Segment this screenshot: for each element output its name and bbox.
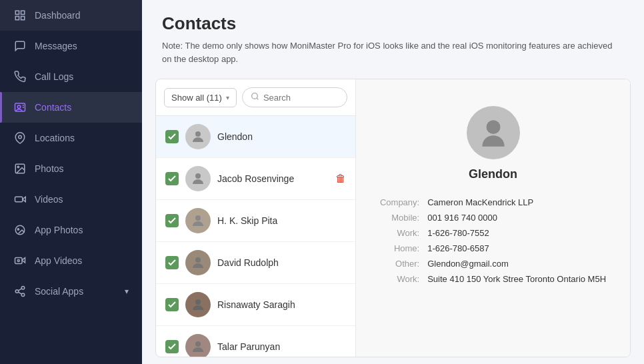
field-label-other: Other: (367, 259, 420, 269)
sidebar-item-label: Contacts (35, 102, 71, 113)
grid-icon (13, 9, 27, 22)
contact-name: H. K. Skip Pita (217, 215, 346, 226)
sidebar-item-app-videos[interactable]: App Videos (0, 245, 142, 276)
contact-name: Risnawaty Saragih (217, 299, 346, 310)
contact-checkbox[interactable] (165, 130, 179, 143)
svg-rect-1 (21, 11, 25, 14)
search-icon (251, 91, 259, 103)
sidebar-item-call-logs[interactable]: Call Logs (0, 61, 142, 92)
location-icon (13, 131, 27, 145)
sidebar-item-locations[interactable]: Locations (0, 123, 142, 153)
sidebar-item-label: App Photos (35, 225, 83, 235)
sidebar-item-label: App Videos (35, 255, 82, 266)
svg-point-26 (195, 173, 201, 179)
social-icon (13, 285, 27, 298)
avatar (185, 208, 211, 233)
svg-point-14 (17, 229, 19, 230)
contact-row[interactable]: David Rudolph (156, 242, 355, 284)
contacts-icon (13, 101, 27, 114)
contact-row[interactable]: Risnawaty Saragih (156, 284, 355, 326)
search-input[interactable] (263, 93, 339, 103)
sidebar-item-dashboard[interactable]: Dashboard (0, 0, 142, 31)
svg-rect-0 (15, 11, 19, 14)
avatar (185, 124, 211, 149)
svg-point-29 (195, 299, 201, 305)
sidebar-item-app-photos[interactable]: App Photos (0, 215, 142, 245)
contact-row[interactable]: H. K. Skip Pita (156, 200, 355, 242)
contact-name: Glendon (217, 131, 346, 142)
sidebar-item-photos[interactable]: Photos (0, 153, 142, 184)
sidebar-item-label: Dashboard (35, 10, 81, 21)
app-video-icon (13, 254, 27, 267)
field-value-work2: Suite 410 150 York Stree Toronto Ontario… (427, 274, 619, 284)
svg-point-16 (17, 260, 19, 262)
svg-point-32 (486, 120, 500, 134)
contact-detail-panel: Glendon Company: Cameron MacKendrick LLP… (356, 79, 630, 357)
chevron-down-icon: ▾ (226, 94, 229, 101)
svg-point-13 (15, 225, 25, 235)
show-all-label: Show all (11) (171, 93, 222, 103)
detail-name: Glendon (469, 167, 517, 181)
svg-point-19 (15, 290, 19, 293)
search-bar[interactable] (242, 87, 347, 107)
page-title: Contacts (162, 13, 624, 34)
svg-rect-11 (15, 197, 23, 202)
svg-rect-2 (15, 17, 19, 20)
contacts-toolbar: Show all (11) ▾ (156, 79, 355, 116)
svg-point-28 (195, 257, 201, 263)
page-note: Note: The demo only shows how MoniMaster… (162, 39, 624, 65)
field-label-company: Company: (367, 197, 420, 207)
contact-checkbox[interactable] (165, 340, 179, 353)
svg-line-21 (18, 292, 21, 294)
sidebar-item-messages[interactable]: Messages (0, 31, 142, 61)
contact-name: Talar Parunyan (217, 341, 346, 352)
sidebar-item-label: Social Apps (35, 286, 83, 297)
contact-checkbox[interactable] (165, 172, 179, 185)
svg-point-10 (17, 166, 19, 167)
contact-row[interactable]: Talar Parunyan (156, 326, 355, 357)
sidebar-item-label: Messages (35, 41, 77, 51)
sidebar-item-label: Photos (35, 163, 64, 174)
field-value-home: 1-626-780-6587 (427, 243, 619, 253)
show-all-dropdown[interactable]: Show all (11) ▾ (164, 88, 237, 107)
svg-line-24 (257, 98, 258, 99)
sidebar-item-label: Call Logs (35, 71, 73, 82)
svg-point-18 (21, 287, 25, 290)
svg-point-8 (19, 135, 22, 139)
message-icon (13, 39, 27, 53)
contact-row[interactable]: Jacob Rosenvinge 🗑 (156, 158, 355, 200)
svg-rect-3 (21, 17, 25, 20)
field-value-work: 1-626-780-7552 (427, 228, 619, 238)
field-label-work: Work: (367, 228, 420, 238)
field-value-mobile: 001 916 740 0000 (427, 213, 619, 223)
contact-checkbox[interactable] (165, 298, 179, 311)
contact-row[interactable]: Glendon (156, 116, 355, 158)
contact-checkbox[interactable] (165, 256, 179, 269)
svg-point-20 (21, 293, 25, 297)
contacts-list: Glendon Jacob Rosenvinge 🗑 (156, 116, 355, 357)
contact-name: Jacob Rosenvinge (217, 173, 329, 184)
app-photo-icon (13, 223, 27, 237)
video-icon (13, 193, 27, 206)
sidebar-item-social-apps[interactable]: Social Apps ▾ (0, 276, 142, 307)
svg-point-25 (195, 131, 201, 137)
svg-point-30 (195, 341, 201, 347)
field-label-mobile: Mobile: (367, 213, 420, 223)
sidebar-item-contacts[interactable]: Contacts (0, 92, 142, 123)
field-label-home: Home: (367, 243, 420, 253)
sidebar-item-videos[interactable]: Videos (0, 184, 142, 215)
contact-checkbox[interactable] (165, 214, 179, 227)
detail-fields: Company: Cameron MacKendrick LLP Mobile:… (367, 197, 620, 284)
page-header: Contacts Note: The demo only shows how M… (142, 0, 644, 72)
svg-line-22 (18, 289, 21, 291)
sidebar-item-label: Videos (35, 194, 63, 205)
chevron-down-icon: ▾ (125, 287, 129, 296)
phone-icon (13, 70, 27, 83)
field-label-work2: Work: (367, 274, 420, 284)
delete-icon[interactable]: 🗑 (335, 173, 346, 185)
svg-point-27 (195, 215, 201, 221)
main-content: Contacts Note: The demo only shows how M… (142, 0, 644, 364)
detail-avatar (467, 106, 520, 159)
sidebar: Dashboard Messages Call Logs Contacts Lo… (0, 0, 142, 364)
avatar (185, 292, 211, 317)
